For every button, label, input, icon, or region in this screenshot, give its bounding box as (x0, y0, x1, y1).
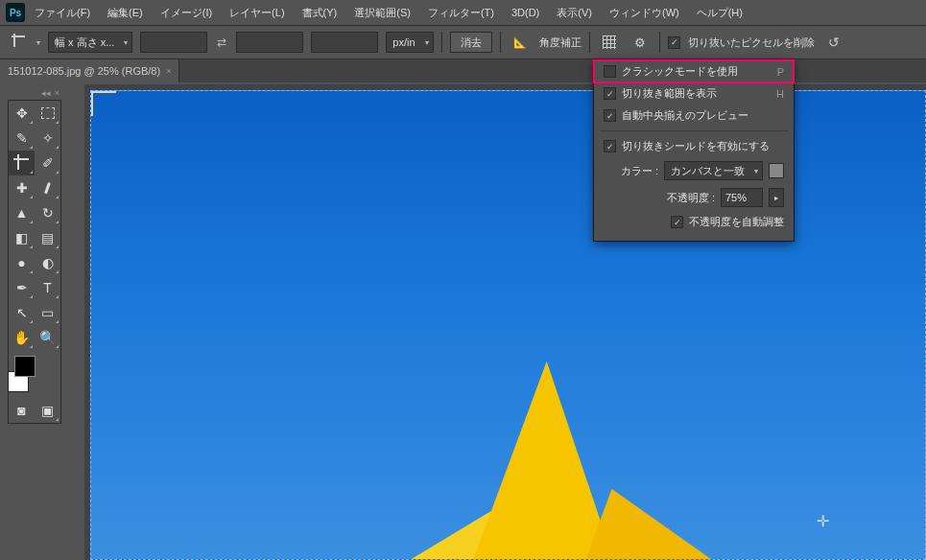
auto-adjust-opacity-label: 不透明度を自動調整 (689, 215, 784, 229)
auto-adjust-opacity-checkbox[interactable]: ✓ (671, 216, 683, 228)
enable-shield-checkbox[interactable]: ✓ (604, 140, 616, 152)
enable-shield-label: 切り抜きシールドを有効にする (622, 139, 770, 153)
classic-mode-shortcut: P (777, 66, 784, 78)
classic-mode-label: クラシックモードを使用 (622, 64, 738, 79)
delete-cropped-checkbox[interactable]: ✓ (668, 36, 680, 49)
unit-dropdown[interactable]: px/in (386, 32, 434, 53)
menu-filter[interactable]: フィルター(T) (420, 2, 502, 24)
menu-select[interactable]: 選択範囲(S) (346, 2, 418, 24)
crop-center-target-icon: ✛ (817, 512, 829, 530)
crop-height-input[interactable] (236, 32, 303, 53)
document-image[interactable]: ✛ (90, 90, 926, 560)
crop-tool-indicator-icon (12, 34, 29, 51)
menu-layer[interactable]: レイヤー(L) (222, 2, 292, 24)
show-cropped-area-shortcut: H (776, 88, 784, 100)
separator (659, 32, 660, 53)
zoom-tool[interactable]: 🔍 (35, 325, 60, 350)
collapse-icon[interactable]: ◂◂ (41, 88, 51, 98)
shield-color-row: カラー : カンバスと一致 (594, 157, 794, 184)
swap-dimensions-icon[interactable]: ⇄ (215, 35, 228, 49)
shape-tool[interactable]: ▭ (35, 300, 60, 325)
brush-tool[interactable] (35, 175, 60, 200)
menu-image[interactable]: イメージ(I) (153, 2, 220, 24)
pen-tool[interactable]: ✒ (9, 275, 35, 300)
menu-edit[interactable]: 編集(E) (100, 2, 151, 24)
auto-center-row[interactable]: ✓ 自動中央揃えのプレビュー (594, 105, 794, 127)
shield-color-dropdown[interactable]: カンバスと一致 (664, 161, 763, 180)
lasso-tool[interactable]: ✎ (9, 126, 35, 151)
menu-type[interactable]: 書式(Y) (295, 2, 345, 24)
separator (589, 32, 590, 53)
crop-handle-top-left[interactable] (90, 90, 116, 116)
history-brush-tool[interactable]: ↻ (35, 200, 60, 225)
eraser-tool[interactable]: ◧ (9, 225, 35, 250)
shield-opacity-flyout-icon[interactable]: ▸ (769, 188, 784, 207)
clear-button[interactable]: 消去 (450, 32, 492, 53)
menu-bar: Ps ファイル(F) 編集(E) イメージ(I) レイヤー(L) 書式(Y) 選… (0, 0, 926, 25)
close-tab-icon[interactable]: × (166, 66, 171, 76)
show-cropped-area-row[interactable]: ✓ 切り抜き範囲を表示 H (594, 82, 794, 105)
classic-mode-row[interactable]: クラシックモードを使用 P (594, 60, 794, 82)
rectangular-marquee-tool[interactable] (35, 101, 60, 126)
document-tab-title: 151012-085.jpg @ 25% (RGB/8) (8, 65, 160, 77)
gradient-tool[interactable]: ▤ (35, 225, 60, 250)
menu-file[interactable]: ファイル(F) (27, 2, 98, 24)
show-cropped-area-label: 切り抜き範囲を表示 (622, 86, 717, 101)
document-tab[interactable]: 151012-085.jpg @ 25% (RGB/8) × (0, 59, 179, 82)
shield-opacity-row: 不透明度 : 75% ▸ (594, 184, 794, 211)
separator (500, 32, 501, 53)
quick-mask-tool[interactable]: ◙ (9, 398, 35, 423)
enable-shield-row[interactable]: ✓ 切り抜きシールドを有効にする (594, 135, 794, 157)
shield-opacity-label: 不透明度 : (667, 191, 715, 205)
path-selection-tool[interactable]: ↖ (9, 300, 35, 325)
crop-resolution-input[interactable] (311, 32, 378, 53)
menu-window[interactable]: ウィンドウ(W) (602, 2, 687, 24)
dodge-tool[interactable]: ◐ (35, 250, 60, 275)
overlay-grid-icon[interactable] (598, 32, 621, 53)
tools-panel-header: ◂◂ × (8, 88, 61, 100)
shield-color-label: カラー : (621, 164, 658, 178)
color-swatches[interactable] (9, 350, 35, 398)
options-bar: ▾ 幅 x 高さ x... ⇄ px/in 消去 📐 角度補正 ⚙ ✓ 切り抜い… (0, 25, 926, 59)
tools-panel: ◂◂ × ✥ ✎ ✧ ✐ ✚ ▲ ↻ ◧ ▤ ● ◐ ✒ T ↖ ▭ ✋ 🔍 ◙… (8, 88, 61, 424)
straighten-label[interactable]: 角度補正 (539, 35, 582, 50)
separator (441, 32, 442, 53)
separator (600, 130, 788, 131)
chevron-down-icon[interactable]: ▾ (36, 38, 40, 47)
auto-center-label: 自動中央揃えのプレビュー (622, 108, 748, 123)
hand-tool[interactable]: ✋ (9, 325, 35, 350)
shield-opacity-input[interactable]: 75% (721, 188, 763, 207)
move-tool[interactable]: ✥ (9, 101, 35, 126)
crop-settings-gear-icon[interactable]: ⚙ (629, 32, 652, 53)
auto-center-checkbox[interactable]: ✓ (604, 109, 616, 122)
auto-adjust-opacity-row[interactable]: ✓ 不透明度を自動調整 (594, 211, 794, 233)
show-cropped-area-checkbox[interactable]: ✓ (604, 87, 616, 100)
close-icon[interactable]: × (55, 88, 59, 98)
menu-help[interactable]: ヘルプ(H) (689, 2, 750, 24)
menu-view[interactable]: 表示(V) (549, 2, 600, 24)
classic-mode-checkbox[interactable] (604, 65, 616, 78)
magic-wand-tool[interactable]: ✧ (35, 126, 60, 151)
canvas-area: ✛ (84, 84, 926, 560)
blur-tool[interactable]: ● (9, 250, 35, 275)
crop-width-input[interactable] (140, 32, 207, 53)
clone-stamp-tool[interactable]: ▲ (9, 200, 35, 225)
reset-icon[interactable]: ↺ (828, 35, 840, 50)
crop-preset-dropdown[interactable]: 幅 x 高さ x... (48, 32, 132, 53)
type-tool[interactable]: T (35, 275, 60, 300)
delete-cropped-label: 切り抜いたピクセルを削除 (688, 35, 815, 50)
eyedropper-tool[interactable]: ✐ (35, 151, 60, 175)
screen-mode-tool[interactable]: ▣ (35, 398, 60, 423)
shield-color-swatch[interactable] (769, 163, 784, 178)
healing-brush-tool[interactable]: ✚ (9, 175, 35, 200)
straighten-icon[interactable]: 📐 (509, 32, 532, 53)
crop-options-popup: クラシックモードを使用 P ✓ 切り抜き範囲を表示 H ✓ 自動中央揃えのプレビ… (593, 59, 795, 242)
app-logo: Ps (6, 3, 25, 22)
crop-tool[interactable] (9, 151, 35, 175)
image-content (240, 328, 777, 560)
menu-3d[interactable]: 3D(D) (504, 3, 547, 22)
